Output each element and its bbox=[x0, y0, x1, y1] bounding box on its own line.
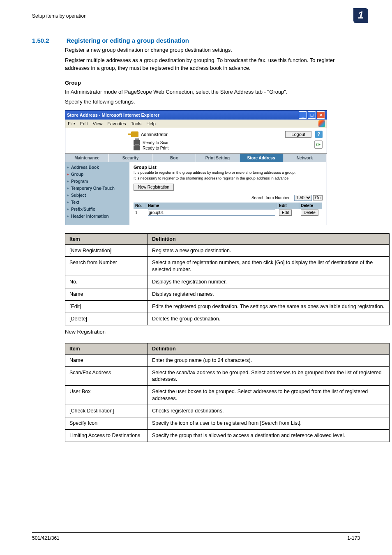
close-icon[interactable]: × bbox=[317, 111, 325, 119]
table-cell: [New Registration] bbox=[65, 244, 148, 257]
definition-table-2: Item Definition NameEnter the group name… bbox=[65, 343, 390, 442]
menu-help[interactable]: Help bbox=[146, 121, 156, 126]
tab-box[interactable]: Box bbox=[152, 154, 196, 162]
search-range-select[interactable]: 1-50 bbox=[294, 195, 312, 201]
table-cell: Edits the registered group destination. … bbox=[148, 300, 390, 313]
window-title: Store Address - Microsoft Internet Explo… bbox=[67, 113, 159, 117]
menu-view[interactable]: View bbox=[93, 121, 103, 126]
paragraph: Specify the following settings. bbox=[65, 98, 360, 106]
menu-favorites[interactable]: Favorites bbox=[107, 121, 126, 126]
paragraph: In Administrator mode of PageScope Web C… bbox=[65, 88, 360, 96]
admin-label: Administrator bbox=[141, 132, 168, 137]
table-header-item: Item bbox=[65, 343, 148, 354]
menu-edit[interactable]: Edit bbox=[80, 121, 88, 126]
col-delete: Delete bbox=[299, 203, 323, 209]
tab-store-address[interactable]: Store Address bbox=[240, 154, 283, 162]
sidebar-item-temporary-one-touch[interactable]: Temporary One-Touch bbox=[65, 185, 129, 192]
table-row: 1 Edit Delete bbox=[134, 209, 323, 216]
sidebar-item-program[interactable]: Program bbox=[65, 178, 129, 185]
table-cell: Enter the group name (up to 24 character… bbox=[148, 354, 390, 366]
table-cell: Checks registered destinations. bbox=[148, 405, 390, 417]
minimize-icon[interactable]: _ bbox=[299, 111, 307, 119]
menubar: File Edit View Favorites Tools Help bbox=[65, 120, 327, 128]
sidebar-item-header-information[interactable]: Header Information bbox=[65, 213, 129, 220]
footer-left: 501/421/361 bbox=[32, 535, 60, 541]
sidebar-item-address-book[interactable]: Address Book bbox=[65, 164, 129, 171]
new-registration-button[interactable]: New Registration bbox=[134, 184, 174, 191]
tab-network[interactable]: Network bbox=[283, 154, 327, 162]
edit-button[interactable]: Edit bbox=[279, 210, 292, 216]
table-cell: Select a range of registration numbers, … bbox=[148, 257, 390, 276]
table-cell: Registers a new group destination. bbox=[148, 244, 390, 257]
table-cell: Specify the group that is allowed to acc… bbox=[148, 429, 390, 442]
sidebar: Address Book Group Program Temporary One… bbox=[65, 162, 129, 224]
table-cell: Specify Icon bbox=[65, 417, 148, 429]
col-edit: Edit bbox=[277, 203, 299, 209]
table-cell: Name bbox=[65, 288, 148, 301]
tab-print-setting[interactable]: Print Setting bbox=[196, 154, 240, 162]
table-cell: Scan/Fax Address bbox=[65, 366, 148, 386]
header-rule bbox=[32, 20, 360, 20]
paragraph: Register a new group destination or chan… bbox=[65, 46, 360, 54]
logout-button[interactable]: Logout bbox=[285, 131, 311, 138]
table-cell: No. bbox=[65, 276, 148, 288]
section-title: Registering or editing a group destinati… bbox=[67, 37, 189, 44]
sidebar-item-text[interactable]: Text bbox=[65, 199, 129, 206]
ie-logo-icon bbox=[318, 120, 325, 127]
table-cell: Deletes the group destination. bbox=[148, 313, 390, 325]
tab-maintenance[interactable]: Maintenance bbox=[65, 154, 109, 162]
caption-new-registration: New Registration bbox=[65, 329, 360, 335]
table-cell: Limiting Access to Destinations bbox=[65, 429, 148, 442]
paragraph: Register multiple addresses as a group d… bbox=[65, 57, 360, 72]
group-list-desc: It is possible to register in the group … bbox=[134, 170, 323, 175]
menu-file[interactable]: File bbox=[68, 121, 75, 126]
group-list-desc: It is necessary to register to the short… bbox=[134, 176, 323, 181]
section-number: 1.50.2 bbox=[32, 37, 65, 44]
sidebar-item-group[interactable]: Group bbox=[65, 171, 129, 178]
sub-heading: Group bbox=[65, 80, 360, 86]
table-cell: Search from Number bbox=[65, 257, 148, 276]
row-no: 1 bbox=[134, 210, 146, 216]
menu-tools[interactable]: Tools bbox=[131, 121, 142, 126]
table-cell: Select the scan/fax address to be groupe… bbox=[148, 366, 390, 386]
breadcrumb: Setup items by operation bbox=[32, 13, 87, 19]
table-header-item: Item bbox=[65, 233, 148, 244]
refresh-icon[interactable]: ⟳ bbox=[314, 140, 323, 149]
chapter-badge: 1 bbox=[353, 8, 368, 23]
col-name: Name bbox=[146, 203, 277, 209]
table-cell: Displays registered names. bbox=[148, 288, 390, 301]
group-name-input[interactable] bbox=[148, 210, 275, 216]
table-header-definition: Definition bbox=[148, 343, 390, 354]
table-header-definition: Definition bbox=[148, 233, 390, 244]
table-cell: Name bbox=[65, 354, 148, 366]
delete-button[interactable]: Delete bbox=[301, 210, 318, 216]
group-list-header: No. Name Edit Delete bbox=[134, 203, 323, 209]
tab-security[interactable]: Security bbox=[109, 154, 152, 162]
status-scan: Ready to Scan bbox=[143, 140, 170, 145]
help-icon[interactable]: ? bbox=[315, 131, 323, 138]
go-button[interactable]: Go bbox=[313, 195, 323, 200]
screenshot-window: Store Address - Microsoft Internet Explo… bbox=[65, 110, 327, 225]
sidebar-item-subject[interactable]: Subject bbox=[65, 192, 129, 199]
tab-bar: Maintenance Security Box Print Setting S… bbox=[65, 153, 327, 162]
maximize-icon[interactable]: □ bbox=[308, 111, 316, 119]
group-list-title: Group List bbox=[134, 165, 323, 170]
table-cell: Displays the registration number. bbox=[148, 276, 390, 288]
status-print: Ready to Print bbox=[143, 146, 168, 150]
table-cell: Specify the icon of a user to be registe… bbox=[148, 417, 390, 429]
table-cell: [Check Destination] bbox=[65, 405, 148, 417]
sidebar-item-prefix-suffix[interactable]: Prefix/Suffix bbox=[65, 206, 129, 213]
key-icon bbox=[131, 131, 138, 137]
col-no: No. bbox=[134, 203, 146, 209]
table-cell: [Delete] bbox=[65, 313, 148, 325]
table-cell: User Box bbox=[65, 386, 148, 405]
table-cell: Select the user boxes to be grouped. Sel… bbox=[148, 386, 390, 405]
definition-table-1: Item Definition [New Registration]Regist… bbox=[65, 233, 390, 325]
footer-right: 1-173 bbox=[347, 535, 360, 541]
printer-icon bbox=[134, 145, 140, 150]
search-from-number-label: Search from Number bbox=[251, 196, 290, 200]
window-titlebar: Store Address - Microsoft Internet Explo… bbox=[65, 111, 327, 120]
table-cell: [Edit] bbox=[65, 300, 148, 313]
